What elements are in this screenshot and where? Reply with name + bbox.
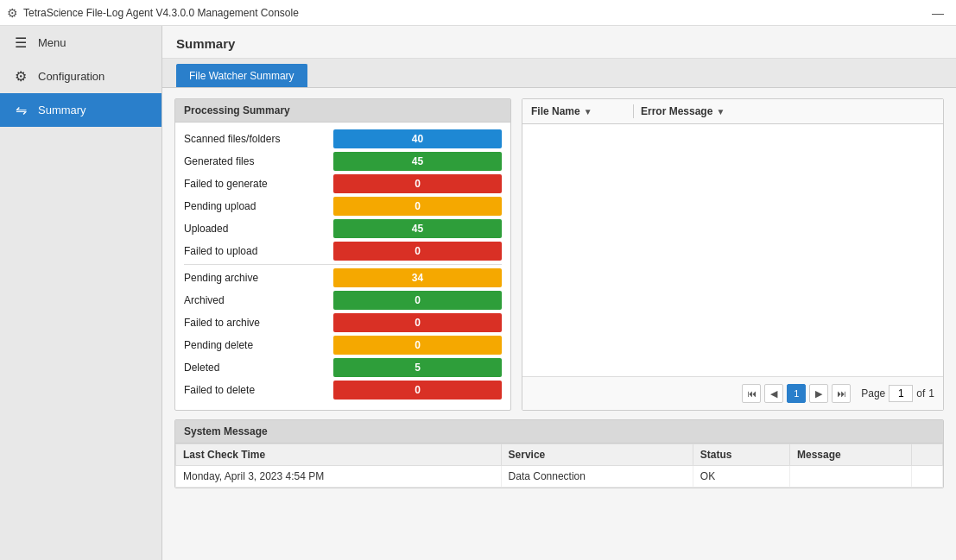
app-body: ☰ Menu ⚙ Configuration ⇋ Summary Summary… [0,26,956,560]
pagination-page-1-button[interactable]: 1 [787,384,806,403]
col-header-filename[interactable]: File Name ▼ [531,105,626,117]
ps-bar-pending-delete: 0 [333,336,502,355]
system-message-header-row: Last Check Time Service Status Message [176,444,943,466]
th-service: Service [501,444,693,466]
td-last-check-time: Monday, April 3, 2023 4:54 PM [176,466,502,488]
content-area: Processing Summary Scanned files/folders… [162,88,956,499]
ps-label-scanned: Scanned files/folders [184,133,326,145]
ps-bar-uploaded: 45 [333,219,502,238]
ps-label-failed-delete: Failed to delete [184,384,326,396]
ps-bar-deleted: 5 [333,358,502,377]
ps-label-failed-archive: Failed to archive [184,317,326,329]
col-header-error[interactable]: Error Message ▼ [641,105,725,117]
pagination-info: Page of 1 [861,385,934,402]
titlebar-title: TetraScience File-Log Agent V4.3.0.0 Man… [23,7,299,19]
th-status: Status [693,444,789,466]
ps-label-failed-generate: Failed to generate [184,178,326,190]
ps-bar-failed-generate: 0 [333,174,502,193]
ps-bar-generated: 45 [333,152,502,171]
td-message [790,466,912,488]
ps-row-pending-delete: Pending delete 0 [184,336,502,355]
col-label-error: Error Message [641,105,712,117]
ps-row-generated: Generated files 45 [184,152,502,171]
ps-label-generated: Generated files [184,155,326,167]
titlebar-left: ⚙ TetraScience File-Log Agent V4.3.0.0 M… [7,6,299,20]
table-row: Monday, April 3, 2023 4:54 PM Data Conne… [176,466,943,488]
pagination-last-button[interactable]: ⏭ [832,384,851,403]
titlebar-controls: — [927,3,949,22]
system-message-thead: Last Check Time Service Status Message [176,444,943,466]
ps-row-archived: Archived 0 [184,291,502,310]
sidebar-item-label-menu: Menu [38,36,66,49]
file-errors-header: File Name ▼ Error Message ▼ [522,99,943,124]
sidebar-item-summary[interactable]: ⇋ Summary [0,93,161,127]
sidebar-item-menu[interactable]: ☰ Menu [0,26,161,60]
tab-file-watcher[interactable]: File Watcher Summary [176,64,307,87]
sidebar-item-label-summary: Summary [38,104,86,116]
td-status: OK [693,466,789,488]
ps-bar-pending-archive: 34 [333,268,502,287]
tab-bar: File Watcher Summary [162,59,956,88]
ps-label-failed-upload: Failed to upload [184,245,326,257]
titlebar: ⚙ TetraScience File-Log Agent V4.3.0.0 M… [0,0,956,26]
ps-row-pending-upload: Pending upload 0 [184,197,502,216]
minimize-button[interactable]: — [927,3,949,22]
ps-row-scanned: Scanned files/folders 40 [184,129,502,148]
file-errors-panel: File Name ▼ Error Message ▼ ⏮ ◀ [522,98,944,411]
filter-icon-filename[interactable]: ▼ [584,107,592,116]
ps-separator [184,264,502,265]
summary-icon: ⇋ [12,102,29,118]
menu-icon: ☰ [12,35,29,51]
system-message-table: Last Check Time Service Status Message M… [175,444,943,488]
ps-row-deleted: Deleted 5 [184,358,502,377]
col-divider [633,104,634,118]
ps-label-pending-upload: Pending upload [184,200,326,212]
ps-bar-pending-upload: 0 [333,197,502,216]
ps-label-pending-delete: Pending delete [184,339,326,351]
top-panel: Processing Summary Scanned files/folders… [174,98,944,411]
th-message: Message [790,444,912,466]
ps-label-deleted: Deleted [184,362,326,374]
page-input[interactable] [889,385,913,402]
page-label: Page [861,387,885,400]
ps-bar-failed-delete: 0 [333,381,502,400]
ps-label-pending-archive: Pending archive [184,272,326,284]
ps-bar-failed-archive: 0 [333,313,502,332]
processing-summary-body: Scanned files/folders 40 Generated files… [175,123,510,410]
ps-label-archived: Archived [184,294,326,306]
col-label-filename: File Name [531,105,580,117]
pagination-next-button[interactable]: ▶ [809,384,828,403]
pagination-first-button[interactable]: ⏮ [742,384,761,403]
td-extra [912,466,943,488]
sidebar-item-label-configuration: Configuration [38,70,104,83]
system-message-tbody: Monday, April 3, 2023 4:54 PM Data Conne… [176,466,943,488]
th-extra [912,444,943,466]
processing-summary-panel: Processing Summary Scanned files/folders… [174,98,511,411]
file-errors-body [522,124,943,376]
total-pages: 1 [928,387,934,400]
th-last-check-time: Last Check Time [176,444,502,466]
gear-icon: ⚙ [12,68,29,85]
of-label: of [916,387,925,400]
pagination: ⏮ ◀ 1 ▶ ⏭ Page of 1 [522,376,943,410]
page-title: Summary [162,26,956,59]
ps-bar-failed-upload: 0 [333,242,502,261]
filter-icon-error[interactable]: ▼ [716,107,725,116]
app-icon: ⚙ [7,6,18,20]
main-content: Summary File Watcher Summary Processing … [162,26,956,560]
ps-row-pending-archive: Pending archive 34 [184,268,502,287]
sidebar-item-configuration[interactable]: ⚙ Configuration [0,60,161,93]
ps-row-uploaded: Uploaded 45 [184,219,502,238]
ps-row-failed-generate: Failed to generate 0 [184,174,502,193]
ps-bar-archived: 0 [333,291,502,310]
ps-row-failed-archive: Failed to archive 0 [184,313,502,332]
system-message-panel: System Message Last Check Time Service S… [174,419,944,488]
ps-bar-scanned: 40 [333,129,502,148]
ps-label-uploaded: Uploaded [184,223,326,235]
system-message-title: System Message [175,420,943,444]
td-service: Data Connection [501,466,693,488]
pagination-prev-button[interactable]: ◀ [764,384,783,403]
ps-row-failed-upload: Failed to upload 0 [184,242,502,261]
sidebar: ☰ Menu ⚙ Configuration ⇋ Summary [0,26,162,560]
ps-row-failed-delete: Failed to delete 0 [184,381,502,400]
